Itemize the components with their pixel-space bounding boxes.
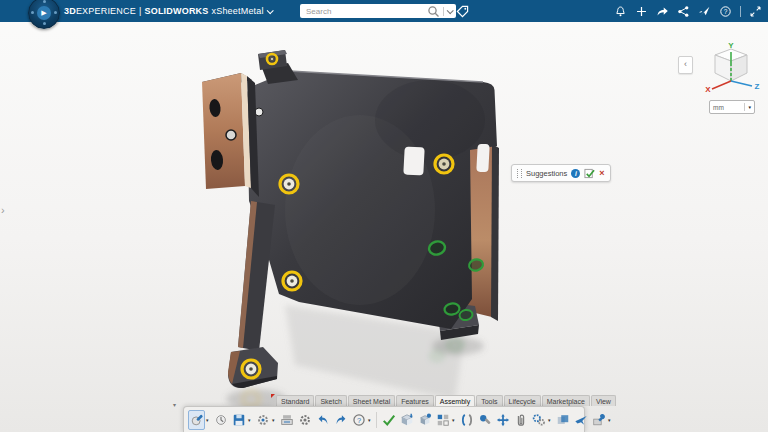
platform-name-bold: 3D [64,6,76,16]
tab-marketplace[interactable]: Marketplace [542,395,590,406]
tool-attachment[interactable] [512,410,529,430]
title-separator: | [139,0,142,22]
collaboration-icon[interactable] [677,5,690,18]
tool-walk-through[interactable] [572,410,589,430]
units-divider [744,103,745,111]
tool-gear-mate-caret-icon[interactable]: ▾ [548,417,553,423]
tab-alert-marker [271,394,275,398]
search-scope-chevron-icon[interactable] [447,7,454,14]
action-bar: ▾ Standard Sketch Sheet Metal Features A… [183,394,585,432]
tool-save[interactable] [230,410,247,430]
compass-play-icon[interactable]: ▶ [37,6,51,20]
header-icon-group: ? [614,0,762,22]
tool-design-new[interactable] [188,410,205,430]
tool-assembly-features[interactable] [590,410,607,430]
tool-design-new-caret-icon[interactable]: ▾ [206,417,211,423]
tab-standard[interactable]: Standard [276,395,314,406]
right-panel-collapse-button[interactable]: ‹ [678,56,693,74]
suggestions-label: Suggestions [526,169,567,178]
tab-view[interactable]: View [591,395,616,406]
help-icon[interactable]: ? [719,5,732,18]
tool-undo[interactable] [314,410,331,430]
tool-design-open[interactable] [212,410,229,430]
top-bar: 3DEXPERIENCE | SOLIDWORKS xSheetMetal ? [0,0,768,22]
svg-text:?: ? [356,415,360,424]
tool-component-pattern-caret-icon[interactable]: ▾ [452,417,457,423]
suggestions-toolbar[interactable]: Suggestions i × [511,164,611,182]
app-title: 3DEXPERIENCE | SOLIDWORKS xSheetMetal [64,0,272,22]
tab-sheet-metal[interactable]: Sheet Metal [348,395,395,406]
tab-lifecycle[interactable]: Lifecycle [504,395,541,406]
model-left-flange [202,73,259,197]
tool-help[interactable]: ? [350,410,367,430]
tool-interference-check[interactable] [554,410,571,430]
tool-assembly-features-caret-icon[interactable]: ▾ [608,417,613,423]
tab-assembly[interactable]: Assembly [435,395,475,406]
tool-component-pattern[interactable] [434,410,451,430]
app-switcher-chevron-icon[interactable] [266,7,273,14]
tool-options-caret-icon[interactable]: ▾ [272,417,277,423]
share-icon[interactable] [656,5,669,18]
tool-mate[interactable] [458,410,475,430]
info-icon[interactable]: i [571,169,580,178]
tag-icon[interactable] [456,5,469,18]
tool-move-component[interactable] [494,410,511,430]
resize-window-icon[interactable] [749,5,762,18]
left-panel-expander[interactable]: › [1,204,5,216]
triad-y-label: Y [728,42,734,50]
tab-features[interactable]: Features [396,395,434,406]
tool-options[interactable] [254,410,271,430]
tool-insert-component[interactable] [398,410,415,430]
app-window: 3DEXPERIENCE | SOLIDWORKS xSheetMetal ? … [0,0,768,432]
tool-smart-fastener[interactable] [476,410,493,430]
add-content-icon[interactable] [635,5,648,18]
tool-gear-mate[interactable] [530,410,547,430]
search-icon[interactable] [427,5,440,18]
header-divider [740,6,741,17]
notifications-bell-icon[interactable] [614,5,627,18]
tool-redo[interactable] [332,410,349,430]
tool-select-validate[interactable] [380,410,397,430]
tab-sketch[interactable]: Sketch [315,395,346,406]
ribbon-tabs: Standard Sketch Sheet Metal Features Ass… [271,394,617,406]
svg-text:?: ? [724,7,728,14]
product-name: SOLIDWORKS [144,0,208,22]
validate-icon[interactable] [584,168,595,179]
triad-x-label: X [705,85,711,94]
search-divider [443,7,444,16]
model-canvas[interactable] [0,0,768,432]
toolbar-divider [376,412,377,428]
tab-tools[interactable]: Tools [476,395,502,406]
units-value: mm [713,104,741,111]
model-top-tab [258,50,298,84]
units-caret-icon: ▾ [748,104,751,110]
app-name: xSheetMetal [211,0,263,22]
ribbon-collapse-chevron-icon[interactable]: ▾ [173,401,176,408]
platform-name: EXPERIENCE [76,6,136,16]
drag-handle-icon[interactable] [517,169,522,178]
tool-help-caret-icon[interactable]: ▾ [368,417,373,423]
units-dropdown[interactable]: mm ▾ [709,100,755,114]
close-icon[interactable]: × [599,169,604,178]
triad-z-label: Z [755,82,760,91]
tool-save-caret-icon[interactable]: ▾ [248,417,253,423]
global-search[interactable] [300,4,456,18]
launch-icon[interactable] [698,5,711,18]
tool-print[interactable] [278,410,295,430]
search-input[interactable] [304,6,424,17]
orientation-triad[interactable]: Y X Z [700,42,762,96]
tool-insert-from-file[interactable] [416,410,433,430]
tool-settings[interactable] [296,410,313,430]
model-main-plate [247,71,497,329]
ribbon-toolbar: ▾ ▾ ▾ ? ▾ ▾ ▾ ▾ [183,406,585,432]
